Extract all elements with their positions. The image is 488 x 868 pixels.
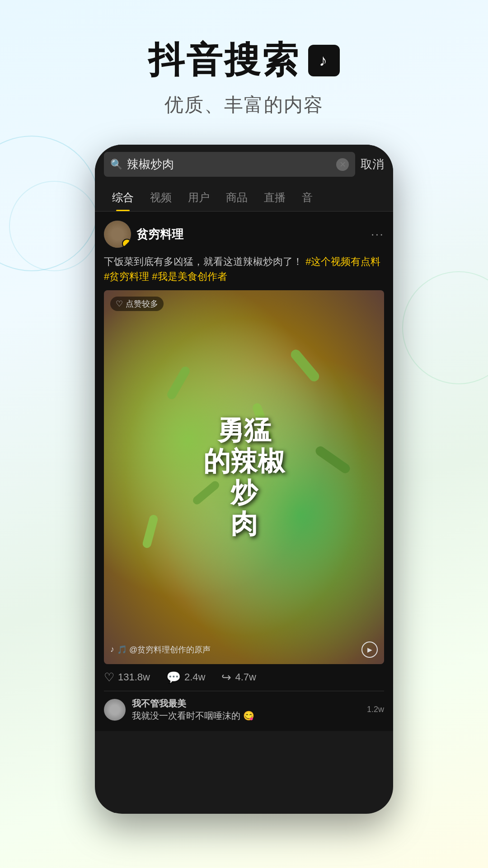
search-query-text: 辣椒炒肉 (127, 156, 332, 172)
sound-label: 🎵 @贫穷料理创作的原声 (117, 644, 211, 655)
commenter-avatar (104, 699, 126, 721)
tab-音乐[interactable]: 音 (294, 184, 321, 211)
likes-count: 131.8w (118, 671, 150, 683)
header: 抖音搜索 ♪ 优质、丰富的内容 (0, 0, 488, 136)
post-user: ✓ 贫穷料理 (104, 221, 183, 248)
bg-circle-2 (9, 181, 99, 271)
sound-text[interactable]: ♪ 🎵 @贫穷料理创作的原声 (110, 644, 211, 655)
more-options-icon[interactable]: ··· (371, 227, 384, 241)
phone-container: 🔍 辣椒炒肉 ✕ 取消 综合 视频 用户 商品 直播 音 ✓ (95, 145, 393, 814)
interaction-bar: ♡ 131.8w 💬 2.4w ↪ 4.7w (104, 664, 384, 691)
tab-商品[interactable]: 商品 (218, 184, 256, 211)
app-title: 抖音搜索 ♪ (0, 36, 488, 85)
bg-circle-3 (402, 271, 488, 384)
video-text-overlay: 勇猛的辣椒炒肉 (104, 290, 384, 664)
hashtag-1[interactable]: #这个视频有点料 (305, 256, 380, 267)
commenter-name: 我不管我最美 (132, 698, 361, 710)
verified-badge-icon: ✓ (122, 239, 131, 248)
tiktok-logo-icon: ♪ (308, 45, 340, 76)
likes-badge-text: 点赞较多 (126, 298, 158, 309)
sound-bar: ♪ 🎵 @贫穷料理创作的原声 ▶ (110, 642, 378, 658)
play-button[interactable]: ▶ (361, 642, 378, 658)
heart-icon: ♡ (116, 299, 123, 309)
username-label[interactable]: 贫穷料理 (136, 226, 183, 242)
comment-content: 我不管我最美 我就没一次看时不咽唾沫的 😋 (132, 698, 361, 722)
comments-count: 2.4w (184, 671, 205, 683)
comment-preview: 我不管我最美 我就没一次看时不咽唾沫的 😋 1.2w (104, 698, 384, 722)
music-icon: ♪ (110, 645, 114, 654)
comment-likes-count: 1.2w (367, 705, 384, 714)
search-input-wrapper[interactable]: 🔍 辣椒炒肉 ✕ (104, 152, 355, 177)
like-icon: ♡ (104, 670, 114, 684)
tab-直播[interactable]: 直播 (256, 184, 294, 211)
phone-mockup: 🔍 辣椒炒肉 ✕ 取消 综合 视频 用户 商品 直播 音 ✓ (95, 145, 393, 814)
video-thumbnail[interactable]: 勇猛的辣椒炒肉 ♡ 点赞较多 ♪ 🎵 @贫穷料理创作的原声 ▶ (104, 290, 384, 664)
post-description: 下饭菜到底有多凶猛，就看这道辣椒炒肉了！ #这个视频有点料 #贫穷料理 #我是美… (104, 254, 384, 284)
search-bar: 🔍 辣椒炒肉 ✕ 取消 (95, 145, 393, 184)
title-text: 抖音搜索 (148, 36, 300, 85)
comment-icon: 💬 (166, 670, 181, 684)
tabs-bar: 综合 视频 用户 商品 直播 音 (95, 184, 393, 212)
comments-interaction[interactable]: 💬 2.4w (166, 670, 205, 684)
hashtag-3[interactable]: #我是美食创作者 (152, 271, 227, 282)
share-icon: ↪ (221, 670, 231, 684)
post-desc-text: 下饭菜到底有多凶猛，就看这道辣椒炒肉了！ (104, 256, 303, 267)
search-icon: 🔍 (110, 159, 122, 170)
video-overlay-text: 勇猛的辣椒炒肉 (199, 410, 289, 544)
avatar[interactable]: ✓ (104, 221, 131, 248)
likes-badge: ♡ 点赞较多 (110, 297, 164, 311)
hashtag-2[interactable]: #贫穷料理 (104, 271, 152, 282)
shares-interaction[interactable]: ↪ 4.7w (221, 670, 256, 684)
comment-text: 我就没一次看时不咽唾沫的 😋 (132, 710, 361, 722)
tab-视频[interactable]: 视频 (142, 184, 180, 211)
post-header: ✓ 贫穷料理 ··· (104, 221, 384, 248)
search-results-content: ✓ 贫穷料理 ··· 下饭菜到底有多凶猛，就看这道辣椒炒肉了！ #这个视频有点料… (95, 212, 393, 731)
header-subtitle: 优质、丰富的内容 (0, 92, 488, 118)
tab-用户[interactable]: 用户 (180, 184, 218, 211)
tab-综合[interactable]: 综合 (104, 184, 142, 211)
likes-interaction[interactable]: ♡ 131.8w (104, 670, 150, 684)
search-cancel-button[interactable]: 取消 (361, 156, 384, 172)
shares-count: 4.7w (235, 671, 256, 683)
search-clear-button[interactable]: ✕ (336, 158, 349, 171)
